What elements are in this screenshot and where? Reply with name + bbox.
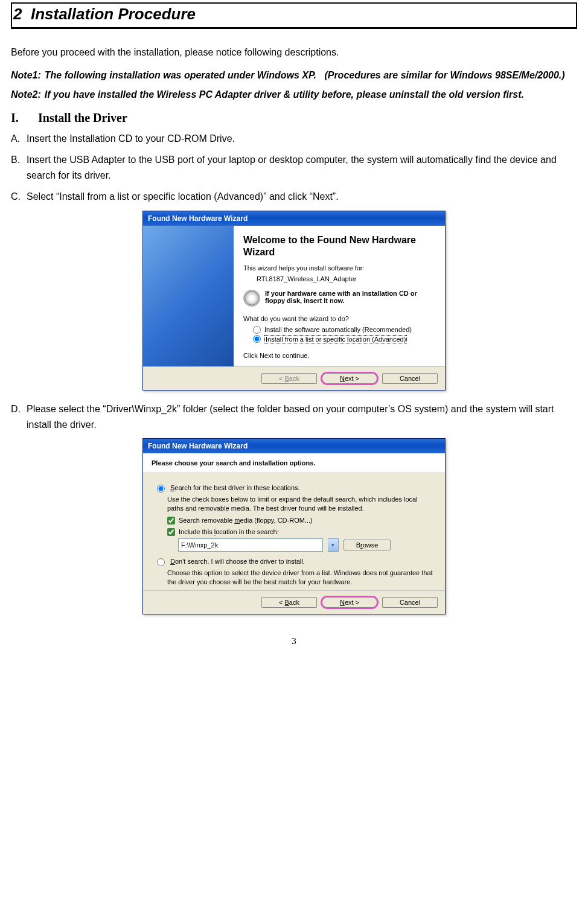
wizard2-cancel-button[interactable]: Cancel	[382, 597, 438, 608]
step-a-text: Insert the Installation CD to your CD-RO…	[27, 131, 577, 147]
wizard2-radio-dont-label: on't search. I will choose the driver to…	[175, 558, 305, 565]
step-b: B. Insert the USB Adapter to the USB por…	[11, 152, 577, 183]
wizard-search-options: Found New Hardware Wizard Please choose …	[142, 438, 446, 614]
wizard2-radio-dont[interactable]: Don't search. I will choose the driver t…	[154, 558, 434, 566]
wizard2-dont-sub: Choose this option to select the device …	[167, 569, 434, 587]
wizard1-cd-hint: If your hardware came with an installati…	[265, 290, 435, 304]
step-d-text: Please select the “Driver\Winxp_2k” fold…	[27, 401, 577, 432]
subsection-title: Install the Driver	[38, 111, 127, 124]
wizard1-heading: Welcome to the Found New Hardware Wizard	[243, 234, 435, 258]
wizard2-chk-include[interactable]: Include this location in the search:	[167, 528, 434, 536]
wizard2-search-sub: Use the check boxes below to limit or ex…	[167, 495, 434, 513]
wizard2-path-row: ▾ Browse	[178, 538, 434, 552]
wizard2-browse-button[interactable]: Browse	[344, 540, 391, 550]
wizard1-click-next: Click Next to continue.	[243, 352, 435, 359]
wizard-welcome: Found New Hardware Wizard Welcome to the…	[142, 211, 446, 391]
wizard1-cancel-button[interactable]: Cancel	[382, 373, 438, 384]
step-c: C. Select “Install from a list or specif…	[11, 189, 577, 205]
chk-media-input[interactable]	[167, 517, 175, 525]
wizard1-question: What do you want the wizard to do?	[243, 315, 435, 322]
radio-dont-input[interactable]	[157, 558, 165, 566]
wizard1-sidebar-image	[143, 226, 234, 366]
step-b-text: Insert the USB Adapter to the USB port o…	[27, 152, 577, 183]
note2-body: If you have installed the Wireless PC Ad…	[45, 89, 577, 100]
step-a: A. Insert the Installation CD to your CD…	[11, 131, 577, 147]
cd-icon	[243, 290, 260, 307]
wizard1-back-button: < Back	[261, 373, 317, 384]
wizard2-titlebar: Found New Hardware Wizard	[143, 439, 445, 453]
section-title: 2 Installation Procedure	[11, 2, 577, 29]
wizard2-heading: Please choose your search and installati…	[143, 453, 445, 473]
wizard1-radio-list[interactable]: Install from a list or specific location…	[253, 335, 435, 343]
radio-auto-input[interactable]	[253, 326, 261, 334]
wizard2-radio-search-label: earch for the best driver in these locat…	[174, 484, 299, 491]
radio-search-input[interactable]	[157, 485, 165, 493]
wizard2-chk-media[interactable]: Search removable media (floppy, CD-ROM..…	[167, 517, 434, 525]
wizard1-footer: < Back Next > Cancel	[143, 366, 445, 390]
wizard2-radio-search[interactable]: Search for the best driver in these loca…	[154, 484, 434, 493]
step-b-label: B.	[11, 152, 27, 183]
step-c-text: Select “Install from a list or specific …	[27, 189, 577, 205]
wizard1-next-button[interactable]: Next >	[322, 373, 377, 384]
wizard2-path-input[interactable]	[178, 538, 323, 552]
step-d-label: D.	[11, 401, 27, 432]
note-1: Note1: The following installation was op…	[11, 70, 577, 81]
wizard1-radio-list-label: Install from a list or specific location…	[264, 335, 407, 343]
radio-list-input[interactable]	[253, 335, 261, 343]
step-c-label: C.	[11, 189, 27, 205]
chk-include-input[interactable]	[167, 528, 175, 536]
wizard1-device-name: RTL8187_Wireless_LAN_Adapter	[257, 275, 435, 282]
note1-body: The following installation was operated …	[45, 70, 577, 81]
wizard1-help-line: This wizard helps you install software f…	[243, 264, 435, 272]
wizard2-footer: < Back Next > Cancel	[143, 590, 445, 614]
subsection-install-driver: I. Install the Driver	[11, 111, 577, 125]
note1-label: Note1:	[11, 70, 45, 81]
wizard1-radio-auto-label: Install the software automatically (Reco…	[264, 326, 412, 333]
note2-label: Note2:	[11, 89, 45, 100]
dropdown-arrow-icon[interactable]: ▾	[328, 538, 339, 552]
subsection-number: I.	[11, 111, 35, 125]
step-a-label: A.	[11, 131, 27, 147]
note-2: Note2: If you have installed the Wireles…	[11, 89, 577, 100]
wizard2-next-button[interactable]: Next >	[322, 597, 377, 608]
wizard2-cancel-label: Cancel	[400, 599, 420, 606]
wizard1-titlebar: Found New Hardware Wizard	[143, 211, 445, 226]
section-title-text: Installation Procedure	[31, 5, 196, 23]
wizard2-back-button[interactable]: < Back	[261, 597, 317, 608]
wizard1-cancel-label: Cancel	[400, 375, 420, 382]
step-d: D. Please select the “Driver\Winxp_2k” f…	[11, 401, 577, 432]
section-title-number: 2	[13, 5, 22, 23]
page-number: 3	[11, 636, 577, 646]
wizard1-radio-auto[interactable]: Install the software automatically (Reco…	[253, 326, 435, 334]
wizard1-cd-hint-row: If your hardware came with an installati…	[243, 290, 435, 307]
intro-paragraph: Before you proceed with the installation…	[11, 46, 577, 59]
